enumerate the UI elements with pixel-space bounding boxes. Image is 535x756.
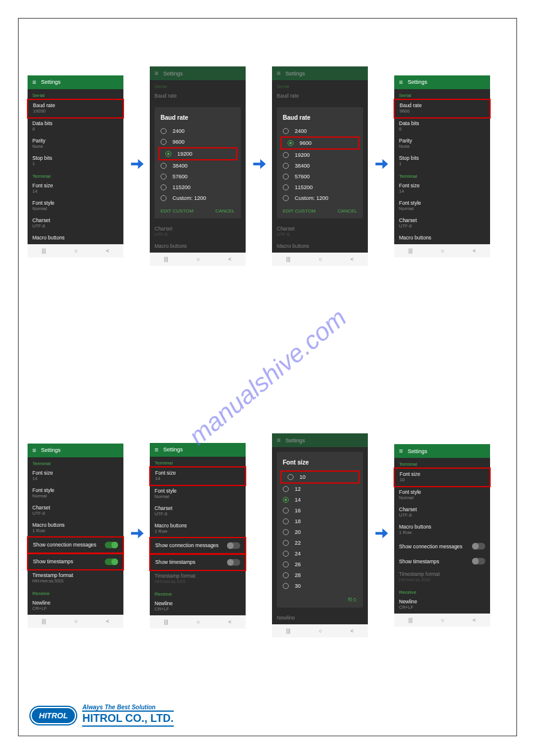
setting-charset[interactable]: CharsetUTF-8 (150, 503, 246, 520)
nav-home-icon[interactable]: ○ (197, 256, 200, 262)
cancel-button[interactable]: CANCEL (338, 208, 357, 214)
radio-option-30[interactable]: 30 (277, 581, 363, 591)
nav-back-icon[interactable]: < (473, 248, 476, 254)
radio-option-12[interactable]: 12 (277, 484, 363, 494)
radio-option-38400[interactable]: 38400 (277, 160, 363, 171)
setting-font-size[interactable]: Font size14 (28, 467, 123, 485)
hamburger-icon[interactable]: ≡ (399, 448, 403, 454)
toggle-show-timestamps[interactable]: Show timestamps (150, 555, 245, 570)
setting-baud-rate[interactable]: Baud rate9600 (395, 100, 489, 117)
setting-parity[interactable]: ParityNone (28, 135, 123, 153)
nav-recent-icon[interactable]: ||| (42, 248, 46, 254)
toggle-show-connection[interactable]: Show connection messages (394, 539, 490, 554)
radio-option-16[interactable]: 16 (277, 505, 363, 516)
setting-macro-buttons[interactable]: Macro buttons1 Row (150, 520, 246, 538)
cancel-button[interactable]: CANCEL (216, 208, 235, 214)
setting-macro-cutoff[interactable]: Macro buttons (28, 232, 123, 244)
setting-charset[interactable]: CharsetUTF-8 (394, 504, 490, 521)
nav-back-icon[interactable]: < (106, 618, 109, 624)
setting-font-size[interactable]: Font size10 (395, 469, 489, 486)
setting-charset[interactable]: CharsetUTF-8 (394, 215, 490, 232)
radio-option-28[interactable]: 28 (277, 570, 363, 581)
toggle-show-timestamps[interactable]: Show timestamps (394, 554, 490, 569)
hamburger-icon[interactable]: ≡ (32, 79, 36, 86)
nav-recent-icon[interactable]: ||| (164, 256, 168, 262)
setting-macro-cutoff[interactable]: Macro buttons (394, 232, 490, 244)
edit-custom-button[interactable]: EDIT CUSTOM (283, 208, 316, 214)
setting-macro-buttons[interactable]: Macro buttons1 Row (394, 521, 490, 539)
radio-option-115200[interactable]: 115200 (155, 182, 241, 193)
radio-option-24[interactable]: 24 (277, 548, 363, 559)
nav-home-icon[interactable]: ○ (74, 248, 77, 254)
setting-stop-bits[interactable]: Stop bits1 (28, 153, 123, 170)
radio-option-57600[interactable]: 57600 (277, 171, 363, 182)
setting-charset[interactable]: CharsetUTF-8 (28, 502, 123, 520)
nav-back-icon[interactable]: < (106, 248, 109, 254)
toggle-show-connection[interactable]: Show connection messages (150, 538, 245, 553)
setting-stop-bits[interactable]: Stop bits1 (394, 153, 490, 170)
setting-timestamp-format[interactable]: Timestamp formatHH:mm:ss.SSS (28, 570, 123, 587)
radio-option-115200[interactable]: 115200 (277, 182, 363, 193)
setting-data-bits[interactable]: Data bits8 (28, 118, 123, 135)
radio-option-10[interactable]: 10 (282, 472, 358, 482)
toggle-show-timestamps[interactable]: Show timestamps (28, 554, 123, 569)
nav-home-icon[interactable]: ○ (441, 617, 444, 623)
radio-option-26[interactable]: 26 (277, 559, 363, 570)
nav-home-icon[interactable]: ○ (197, 619, 200, 625)
hamburger-icon[interactable]: ≡ (277, 70, 280, 77)
nav-back-icon[interactable]: < (350, 256, 353, 262)
radio-option-9600[interactable]: 9600 (282, 138, 358, 148)
setting-newline[interactable]: NewlineCR+LF (28, 597, 123, 615)
hamburger-icon[interactable]: ≡ (32, 447, 36, 454)
setting-font-style[interactable]: Font styleNormal (394, 487, 490, 504)
setting-font-style[interactable]: Font styleNormal (150, 485, 246, 503)
nav-back-icon[interactable]: < (228, 619, 231, 625)
nav-back-icon[interactable]: < (350, 628, 353, 634)
nav-back-icon[interactable]: < (473, 617, 476, 623)
radio-option-22[interactable]: 22 (277, 538, 363, 548)
radio-option-14[interactable]: 14 (277, 494, 363, 505)
radio-option-20[interactable]: 20 (277, 527, 363, 538)
nav-home-icon[interactable]: ○ (441, 248, 444, 254)
setting-macro-buttons[interactable]: Macro buttons1 Row (28, 520, 123, 537)
nav-back-icon[interactable]: < (228, 256, 231, 262)
setting-font-size[interactable]: Font size14 (394, 180, 490, 198)
radio-option-custom[interactable]: Custom: 1200 (277, 193, 363, 204)
cancel-button[interactable]: 취소 (347, 596, 357, 603)
nav-recent-icon[interactable]: ||| (42, 618, 46, 624)
setting-data-bits[interactable]: Data bits8 (394, 118, 490, 135)
edit-custom-button[interactable]: EDIT CUSTOM (161, 208, 194, 214)
hamburger-icon[interactable]: ≡ (155, 70, 158, 77)
setting-font-style[interactable]: Font styleNormal (28, 485, 123, 502)
setting-charset[interactable]: CharsetUTF-8 (28, 215, 123, 232)
setting-parity[interactable]: ParityNone (394, 135, 490, 153)
radio-option-18[interactable]: 18 (277, 516, 363, 527)
setting-font-style[interactable]: Font styleNormal (28, 198, 123, 215)
hamburger-icon[interactable]: ≡ (277, 437, 280, 444)
setting-newline[interactable]: NewlineCR+LF (394, 596, 490, 614)
setting-font-size[interactable]: Font size14 (28, 180, 123, 198)
hamburger-icon[interactable]: ≡ (399, 79, 403, 86)
nav-home-icon[interactable]: ○ (74, 618, 77, 624)
radio-option-2400[interactable]: 2400 (277, 126, 363, 136)
nav-recent-icon[interactable]: ||| (409, 617, 413, 623)
nav-home-icon[interactable]: ○ (319, 628, 322, 634)
nav-recent-icon[interactable]: ||| (409, 248, 413, 254)
nav-recent-icon[interactable]: ||| (286, 256, 291, 262)
radio-option-19200[interactable]: 19200 (277, 150, 363, 160)
radio-option-2400[interactable]: 2400 (155, 126, 241, 136)
radio-option-57600[interactable]: 57600 (155, 171, 241, 182)
nav-home-icon[interactable]: ○ (319, 256, 322, 262)
setting-newline[interactable]: NewlineCR+LF (150, 598, 246, 615)
radio-option-9600[interactable]: 9600 (155, 136, 241, 147)
hamburger-icon[interactable]: ≡ (155, 447, 158, 453)
radio-option-19200[interactable]: 19200 (159, 148, 236, 159)
setting-font-style[interactable]: Font styleNormal (394, 198, 490, 215)
radio-option-custom[interactable]: Custom: 1200 (155, 193, 241, 204)
nav-recent-icon[interactable]: ||| (286, 628, 291, 634)
toggle-show-connection[interactable]: Show connection messages (28, 538, 123, 552)
setting-font-size[interactable]: Font size14 (150, 467, 245, 485)
radio-option-38400[interactable]: 38400 (155, 160, 241, 171)
setting-baud-rate[interactable]: Baud rate19200 (28, 100, 123, 117)
nav-recent-icon[interactable]: ||| (164, 619, 168, 625)
